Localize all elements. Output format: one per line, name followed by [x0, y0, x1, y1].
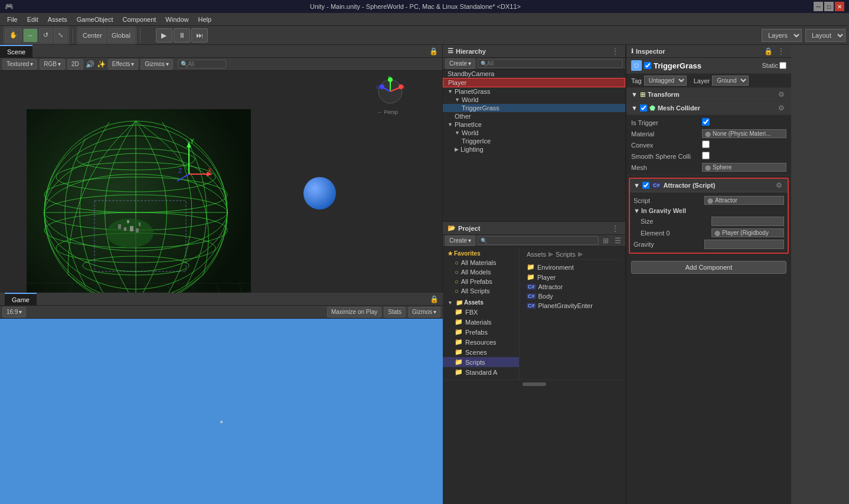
scene-view[interactable]: Y X Z Y X [0, 71, 442, 293]
tab-scene[interactable]: Scene [0, 45, 32, 58]
maximize-button[interactable]: □ [824, 2, 834, 11]
menu-window[interactable]: Window [161, 15, 193, 24]
proj-file-player[interactable]: 📁 Player [524, 272, 621, 282]
game-lock-icon[interactable]: 🔒 [428, 294, 440, 304]
size-input[interactable]: 1 [711, 217, 784, 226]
layer-select[interactable]: Ground [712, 76, 749, 86]
lock-icon[interactable]: 🔒 [427, 47, 440, 56]
project-more-icon[interactable]: ⋮ [610, 224, 621, 233]
proj-scenes[interactable]: 📁 Scenes [443, 347, 519, 357]
proj-all-materials[interactable]: ○ All Materials [443, 258, 519, 267]
proj-file-body[interactable]: C# Body [524, 292, 621, 301]
hierarchy-item-triggerice[interactable]: TriggerIce [443, 137, 625, 145]
game-view[interactable] [0, 319, 443, 504]
hierarchy-more-icon[interactable]: ⋮ [610, 47, 621, 56]
proj-scripts[interactable]: 📁 Scripts [443, 357, 519, 367]
close-button[interactable]: ✕ [835, 2, 844, 11]
search-input[interactable] [188, 61, 223, 67]
material-value-ref[interactable]: ⬤ None (Physic Materi... [702, 129, 786, 138]
project-create-btn[interactable]: Create▾ [445, 235, 475, 246]
effects-dropdown[interactable]: Effects▾ [108, 59, 138, 70]
hierarchy-item-lighting[interactable]: ▶ Lighting [443, 145, 625, 153]
move-tool[interactable]: ↔ [23, 28, 38, 42]
transform-settings-icon[interactable]: ⚙ [776, 90, 786, 99]
project-scrollbar-thumb[interactable] [523, 382, 546, 386]
maximize-on-play-button[interactable]: Maximize on Play [327, 307, 381, 318]
aspect-dropdown[interactable]: 16:9▾ [2, 307, 26, 318]
layers-dropdown[interactable]: Layers [762, 29, 802, 42]
hierarchy-create-btn[interactable]: Create▾ [445, 58, 475, 69]
gravity-input[interactable]: -10 [704, 240, 784, 249]
mesh-collider-settings-icon[interactable]: ⚙ [776, 103, 786, 113]
object-active-checkbox[interactable] [644, 62, 651, 69]
hierarchy-toolbar: Create▾ 🔍 [443, 58, 625, 70]
tab-game[interactable]: Game [5, 293, 37, 306]
project-filter-icon[interactable]: ☰ [613, 236, 623, 246]
menu-assets[interactable]: Assets [43, 15, 72, 24]
step-button[interactable]: ⏭ [191, 28, 208, 42]
project-view-icon[interactable]: ⊞ [601, 236, 610, 246]
proj-file-attractor[interactable]: C# Attractor [524, 282, 621, 292]
attractor-checkbox[interactable] [642, 182, 649, 189]
tag-select[interactable]: Untagged [644, 76, 687, 86]
twod-button[interactable]: 2D [67, 59, 83, 70]
hierarchy-item-standby-camera[interactable]: StandbyCamera [443, 70, 625, 78]
menu-gameobject[interactable]: GameObject [72, 15, 118, 24]
rgb-dropdown[interactable]: RGB▾ [40, 59, 65, 70]
proj-file-environment[interactable]: 📁 Environment [524, 262, 621, 272]
is-trigger-checkbox[interactable] [702, 118, 710, 126]
proj-resources[interactable]: 📁 Resources [443, 337, 519, 347]
proj-file-planetgravityenter[interactable]: C# PlanetGravityEnter [524, 301, 621, 310]
breadcrumb-assets: Assets [527, 251, 546, 258]
inspector-lock-icon[interactable]: 🔒 [762, 47, 775, 56]
project-search-input[interactable] [487, 237, 596, 244]
proj-materials[interactable]: 📁 Materials [443, 317, 519, 327]
hand-tool[interactable]: ✋ [5, 28, 22, 42]
mesh-collider-header[interactable]: ▼ ⬟ Mesh Collider ⚙ [626, 102, 791, 115]
rotate-tool[interactable]: ↺ [39, 28, 53, 42]
smooth-sphere-checkbox[interactable] [702, 152, 710, 159]
global-button[interactable]: Global [107, 28, 135, 42]
mesh-collider-checkbox[interactable] [640, 104, 647, 112]
menu-file[interactable]: File [2, 15, 22, 24]
minimize-button[interactable]: ─ [814, 2, 823, 11]
menu-help[interactable]: Help [193, 15, 216, 24]
menu-edit[interactable]: Edit [22, 15, 43, 24]
attractor-header[interactable]: ▼ C# Attractor (Script) ⚙ [630, 179, 788, 192]
proj-fbx[interactable]: 📁 FBX [443, 307, 519, 317]
element0-value-ref[interactable]: ⬤ Player (Rigidbody [711, 228, 784, 237]
mesh-value-ref[interactable]: ⬤ Sphere [702, 163, 786, 172]
proj-all-scripts[interactable]: ○ All Scripts [443, 286, 519, 296]
hierarchy-item-player[interactable]: Player [443, 78, 625, 87]
add-component-button[interactable]: Add Component [631, 261, 786, 274]
convex-checkbox[interactable] [702, 140, 710, 148]
hierarchy-item-triggergrass[interactable]: TriggerGrass [443, 104, 625, 112]
gizmos-dropdown[interactable]: Gizmos▾ [141, 59, 173, 70]
transform-header[interactable]: ▼ ⊞ Transform ⚙ [626, 88, 791, 102]
proj-all-models[interactable]: ○ All Models [443, 267, 519, 277]
hierarchy-item-world-2[interactable]: ▼ World [443, 129, 625, 137]
script-value-ref[interactable]: ⬤ Attractor [704, 196, 784, 205]
menu-component[interactable]: Component [117, 15, 161, 24]
attractor-settings-icon[interactable]: ⚙ [774, 181, 784, 190]
hierarchy-search-input[interactable] [487, 60, 620, 67]
project-scrollbar[interactable] [443, 379, 625, 388]
center-button[interactable]: Center [79, 28, 106, 42]
hierarchy-item-world-1[interactable]: ▼ World [443, 96, 625, 104]
stats-button[interactable]: Stats [384, 307, 406, 318]
static-checkbox[interactable] [779, 62, 786, 69]
inspector-more-icon[interactable]: ⋮ [776, 47, 786, 56]
proj-prefabs[interactable]: 📁 Prefabs [443, 327, 519, 337]
hierarchy-item-planetice[interactable]: ▼ PlanetIce [443, 120, 625, 129]
proj-all-prefabs[interactable]: ○ All Prefabs [443, 277, 519, 286]
textured-dropdown[interactable]: Textured▾ [2, 59, 37, 70]
pause-button[interactable]: ⏸ [174, 28, 190, 42]
hierarchy-item-planetgrass[interactable]: ▼ PlanetGrass [443, 87, 625, 96]
play-button[interactable]: ▶ [156, 28, 172, 42]
game-gizmos-dropdown[interactable]: Gizmos▾ [408, 307, 440, 318]
proj-standard-a[interactable]: 📁 Standard A [443, 367, 519, 377]
layout-dropdown[interactable]: Layout [805, 29, 845, 42]
hierarchy-item-other[interactable]: Other [443, 112, 625, 120]
scale-tool[interactable]: ⤡ [54, 28, 67, 42]
attractor-script-display-icon: C# [652, 182, 661, 188]
